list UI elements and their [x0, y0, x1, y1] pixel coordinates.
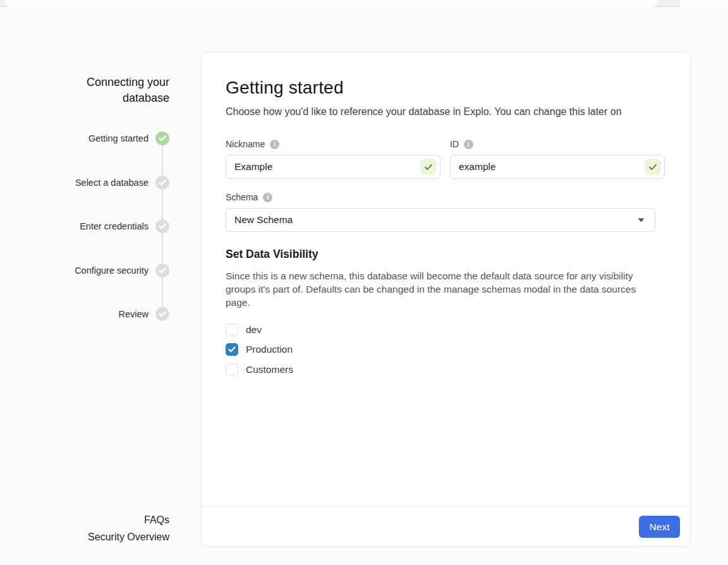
getting-started-card: Getting started Choose how you'd like to…: [201, 52, 691, 547]
info-icon[interactable]: [263, 193, 272, 202]
stepper-item-label: Configure security: [75, 265, 149, 276]
stepper-item-getting-started: Getting started: [75, 131, 169, 145]
step-status-check-icon: [155, 131, 169, 145]
schema-select[interactable]: New Schema: [226, 208, 655, 232]
nickname-label: Nickname: [226, 139, 265, 149]
browser-chrome-right-edge: [680, 0, 728, 7]
security-overview-link[interactable]: Security Overview: [88, 529, 169, 546]
visibility-row-customers[interactable]: Customers: [226, 363, 665, 376]
wizard-sidebar: Connecting your database Getting started…: [0, 8, 169, 565]
sidebar-footer-links: FAQs Security Overview: [88, 512, 169, 545]
card-body: Getting started Choose how you'd like to…: [202, 52, 690, 506]
wizard-title: Connecting your database: [52, 75, 169, 106]
check-icon: [228, 346, 236, 353]
valid-check-badge: [645, 159, 661, 175]
checkbox-label: Production: [246, 344, 293, 355]
faqs-link[interactable]: FAQs: [88, 512, 169, 529]
next-button[interactable]: Next: [639, 516, 680, 538]
page-title: Getting started: [226, 78, 665, 98]
card-footer: Next: [202, 506, 690, 546]
stepper-item-select-a-database: Select a database: [75, 176, 169, 190]
browser-tab-bottom-edge: [4, 0, 657, 7]
browser-chrome-strip: [0, 0, 728, 7]
step-status-check-icon: [155, 176, 169, 190]
nickname-field-group: Nickname: [226, 139, 440, 179]
checkbox[interactable]: [226, 324, 238, 336]
id-field-group: ID: [450, 139, 665, 179]
data-visibility-heading: Set Data Visibility: [226, 248, 665, 261]
id-input[interactable]: [450, 155, 665, 179]
stepper-item-label: Review: [118, 309, 149, 319]
info-icon[interactable]: [270, 140, 279, 149]
checkbox-label: dev: [246, 324, 262, 336]
nickname-input[interactable]: [226, 155, 440, 179]
stepper-item-enter-credentials: Enter credentials: [75, 219, 169, 233]
stepper-item-label: Enter credentials: [80, 221, 149, 231]
page-subtitle: Choose how you'd like to reference your …: [226, 106, 665, 118]
stepper-item-label: Getting started: [88, 133, 149, 143]
schema-select-value: New Schema: [234, 214, 293, 226]
chevron-down-icon: [638, 218, 645, 222]
wizard-stepper: Getting started Select a database Enter …: [75, 131, 169, 351]
visibility-group-list: dev Production Customers: [226, 323, 665, 376]
step-status-check-icon: [155, 219, 169, 233]
checkbox[interactable]: [226, 343, 238, 356]
data-visibility-description: Since this is a new schema, this databas…: [226, 269, 662, 309]
stepper-item-review: Review: [75, 307, 169, 321]
id-label: ID: [450, 139, 459, 149]
checkbox[interactable]: [226, 363, 238, 376]
valid-check-badge: [420, 159, 437, 175]
schema-field-group: Schema New Schema: [226, 192, 665, 232]
step-status-check-icon: [155, 264, 169, 277]
visibility-row-production[interactable]: Production: [226, 343, 665, 356]
step-status-check-icon: [155, 307, 169, 321]
checkbox-label: Customers: [246, 364, 293, 375]
info-icon[interactable]: [464, 140, 473, 149]
name-id-fields-row: Nickname ID: [226, 139, 665, 179]
visibility-row-dev[interactable]: dev: [226, 323, 665, 336]
stepper-item-label: Select a database: [75, 178, 149, 188]
schema-label: Schema: [226, 192, 258, 202]
stepper-item-configure-security: Configure security: [75, 264, 169, 277]
